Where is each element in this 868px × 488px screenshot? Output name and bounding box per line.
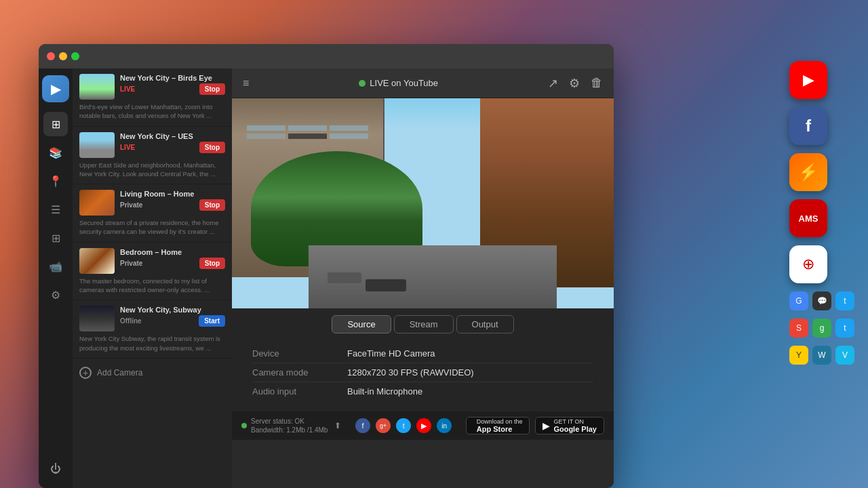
server-status: Server status: OK Bandwidth: 1.2Mb /1.4M… xyxy=(241,417,341,434)
camera-status-row-5: Offline Start xyxy=(120,315,225,327)
camera-desc-5: New York City Subway, the rapid transit … xyxy=(79,334,225,352)
small-icons-row-3: Y W V xyxy=(789,346,854,365)
add-camera-icon: + xyxy=(79,367,92,379)
app-icon-youtube[interactable]: ▶ xyxy=(789,61,827,99)
camera-stop-btn-4[interactable]: Stop xyxy=(199,258,225,269)
sidebar-item-video[interactable]: 📹 xyxy=(43,254,68,279)
camera-name-5: New York City, Subway xyxy=(120,306,225,314)
camera-start-btn-5[interactable]: Start xyxy=(199,315,225,327)
properties-panel: Device FaceTime HD Camera Camera mode 12… xyxy=(232,339,614,411)
camera-stop-btn-2[interactable]: Stop xyxy=(199,142,225,153)
camera-name-1: New York City – Birds Eye xyxy=(120,74,225,82)
camera-item-3[interactable]: Living Room – Home Private Stop Secured … xyxy=(73,184,232,243)
app-icon-yellow[interactable]: Y xyxy=(789,346,808,365)
settings-icon[interactable]: ⚙ xyxy=(569,76,580,91)
camera-info-2: New York City – UES LIVE Stop xyxy=(120,132,225,153)
status-text: Server status: OK Bandwidth: 1.2Mb /1.4M… xyxy=(251,417,328,434)
minimize-button[interactable] xyxy=(59,52,67,60)
social-icons: f g+ t ▶ in xyxy=(355,418,452,433)
camera-list: New York City – Birds Eye LIVE Stop Bird… xyxy=(73,68,232,488)
camera-thumb-3 xyxy=(79,190,115,216)
social-linkedin[interactable]: in xyxy=(437,418,452,433)
close-button[interactable] xyxy=(47,52,55,60)
ams-icon: AMS xyxy=(799,214,818,224)
building-windows xyxy=(247,125,368,139)
sidebar-item-grid[interactable]: ⊞ xyxy=(43,226,68,250)
app-store-label: App Store xyxy=(477,425,523,433)
tab-stream[interactable]: Stream xyxy=(394,315,454,333)
sidebar: ▶ ⊞ 📚 📍 ☰ ⊞ 📹 ⚙ xyxy=(39,68,73,488)
add-camera-label: Add Camera xyxy=(97,368,142,378)
prop-label-audio: Audio input xyxy=(252,386,347,396)
app-icon-g2[interactable]: g xyxy=(812,319,831,338)
camera-info-5: New York City, Subway Offline Start xyxy=(120,306,225,327)
prop-value-device: FaceTime HD Camera xyxy=(347,348,435,359)
app-icon-wp[interactable]: W xyxy=(812,346,831,365)
camera-thumb-1 xyxy=(79,74,115,100)
app-icon-target[interactable]: ⊕ xyxy=(789,245,827,283)
app-icon-g1[interactable]: G xyxy=(789,291,808,310)
app-icon-s[interactable]: S xyxy=(789,319,808,338)
target-icon: ⊕ xyxy=(802,256,814,273)
camera-thumb-2 xyxy=(79,132,115,158)
google-play-icon: ▶ xyxy=(542,420,550,431)
menu-icon[interactable]: ≡ xyxy=(243,77,249,89)
camera-status-row-1: LIVE Stop xyxy=(120,83,225,95)
camera-stop-btn-1[interactable]: Stop xyxy=(199,83,225,95)
camera-name-4: Bedroom – Home xyxy=(120,248,225,256)
sidebar-item-power[interactable]: ⏻ xyxy=(43,457,68,481)
camera-item-5[interactable]: New York City, Subway Offline Start New … xyxy=(73,300,232,359)
sidebar-item-home[interactable]: ⊞ xyxy=(43,112,68,136)
google-play-badge[interactable]: ▶ GET IT ON Google Play xyxy=(535,417,604,434)
main-content: ≡ LIVE on YouTube ↗ ⚙ 🗑 xyxy=(232,68,614,488)
sidebar-item-location[interactable]: 📍 xyxy=(43,169,68,193)
app-icon-ams[interactable]: AMS xyxy=(789,199,827,237)
tab-source[interactable]: Source xyxy=(332,315,391,333)
camera-item-1[interactable]: New York City – Birds Eye LIVE Stop Bird… xyxy=(73,68,232,127)
app-icon-tumblr[interactable]: t xyxy=(835,291,854,310)
delete-icon[interactable]: 🗑 xyxy=(591,76,603,90)
add-camera-button[interactable]: + Add Camera xyxy=(73,359,232,387)
camera-desc-1: Bird's-eye view of Lower Manhattan, zoom… xyxy=(79,102,225,121)
social-youtube[interactable]: ▶ xyxy=(416,418,431,433)
right-sidebar: ▶ f ⚡ AMS ⊕ G 💬 t S g t Y W V xyxy=(789,61,854,365)
top-bar: ≡ LIVE on YouTube ↗ ⚙ 🗑 xyxy=(232,68,614,98)
camera-desc-2: Upper East Side and neighborhood, Manhat… xyxy=(79,161,225,179)
camera-item-4[interactable]: Bedroom – Home Private Stop The master b… xyxy=(73,243,232,301)
prop-value-camera-mode: 868x488 30 FPS (RAWVIDEO) xyxy=(347,367,474,378)
social-googleplus[interactable]: g+ xyxy=(376,418,391,433)
camera-status-5: Offline xyxy=(120,317,142,325)
sidebar-item-list[interactable]: ☰ xyxy=(43,197,68,222)
camera-name-3: Living Room – Home xyxy=(120,190,225,198)
sidebar-item-library[interactable]: 📚 xyxy=(43,140,68,165)
app-icon-lightning[interactable]: ⚡ xyxy=(789,153,827,191)
lightning-icon: ⚡ xyxy=(798,163,818,182)
share-icon[interactable]: ↗ xyxy=(548,76,558,91)
app-icon-twitter[interactable]: t xyxy=(835,319,854,338)
small-icons-row-2: S g t xyxy=(789,319,854,338)
app-body: ▶ ⊞ 📚 📍 ☰ ⊞ 📹 ⚙ xyxy=(39,68,614,488)
sidebar-item-settings[interactable]: ⚙ xyxy=(43,283,68,307)
app-icon-vimeo[interactable]: V xyxy=(835,346,854,365)
camera-status-row-3: Private Stop xyxy=(120,199,225,211)
camera-info-4: Bedroom – Home Private Stop xyxy=(120,248,225,269)
camera-status-row-4: Private Stop xyxy=(120,258,225,269)
app-store-badge[interactable]: Download on the App Store xyxy=(466,417,530,434)
title-bar xyxy=(39,44,614,68)
tab-output[interactable]: Output xyxy=(456,315,514,333)
google-play-label: Google Play xyxy=(553,425,597,433)
camera-thumb-4 xyxy=(79,248,115,274)
app-logo[interactable]: ▶ xyxy=(42,75,69,102)
social-facebook[interactable]: f xyxy=(355,418,370,433)
camera-stop-btn-3[interactable]: Stop xyxy=(199,199,225,211)
download-on-label: Download on the xyxy=(477,418,523,426)
maximize-button[interactable] xyxy=(71,52,79,60)
camera-info-3: Living Room – Home Private Stop xyxy=(120,190,225,211)
app-store-text: Download on the App Store xyxy=(477,418,523,434)
app-icon-chat[interactable]: 💬 xyxy=(812,291,831,310)
camera-status-row-2: LIVE Stop xyxy=(120,142,225,153)
app-icon-facebook[interactable]: f xyxy=(789,107,827,145)
social-twitter[interactable]: t xyxy=(396,418,411,433)
camera-item-2[interactable]: New York City – UES LIVE Stop Upper East… xyxy=(73,127,232,185)
prop-value-audio: Built-in Microphone xyxy=(347,386,422,396)
